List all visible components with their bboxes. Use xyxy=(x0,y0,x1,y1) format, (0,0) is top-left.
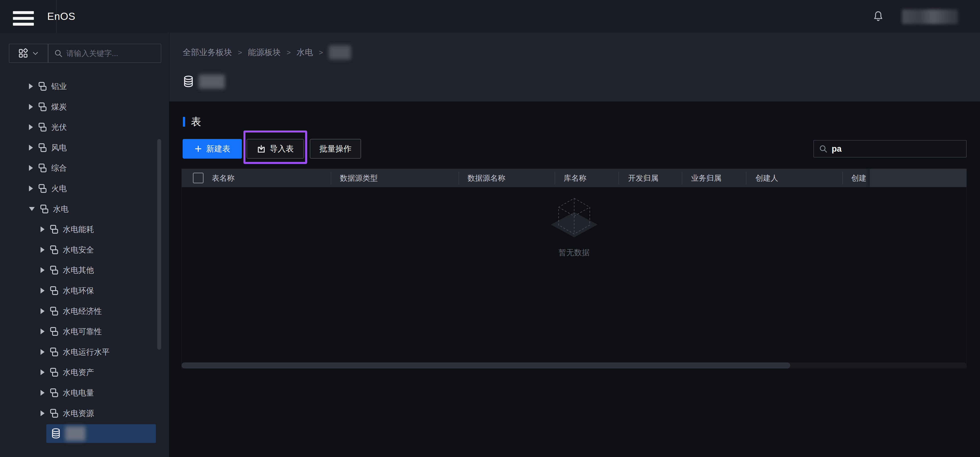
tree-item-label: 铝业 xyxy=(51,81,67,92)
enos-logo: EnOS xyxy=(47,0,75,33)
caret-collapsed-icon[interactable] xyxy=(29,124,33,130)
sidebar: 铝业煤炭光伏风电综合火电水电水电能耗水电安全水电其他水电环保水电经济性水电可靠性… xyxy=(0,33,169,457)
horizontal-scrollbar-thumb[interactable] xyxy=(181,363,790,368)
table: 表名称数据源类型数据源名称库名称开发归属业务归属创建人创建 暂无数据 xyxy=(181,169,967,368)
empty-state: 暂无数据 xyxy=(540,194,609,258)
section-title: 表 xyxy=(191,115,201,129)
tree-item-label: 水电可靠性 xyxy=(63,326,102,337)
tree-item-水电经济性[interactable]: 水电经济性 xyxy=(41,302,102,321)
new-table-button[interactable]: 新建表 xyxy=(183,139,242,158)
tree-item-水电其他[interactable]: 水电其他 xyxy=(41,261,94,280)
tree-item-综合[interactable]: 综合 xyxy=(29,158,67,177)
tree-item-水电电量[interactable]: 水电电量 xyxy=(41,383,94,402)
category-icon xyxy=(49,265,59,275)
tree-item-label: 火电 xyxy=(51,183,67,194)
category-icon xyxy=(49,326,59,337)
column-separator xyxy=(331,172,331,184)
sidebar-search-input[interactable] xyxy=(66,49,151,58)
tree-item-水电能耗[interactable]: 水电能耗 xyxy=(41,220,94,239)
tree-item-水电可靠性[interactable]: 水电可靠性 xyxy=(41,322,102,341)
column-header-4: 库名称 xyxy=(564,169,587,187)
column-separator xyxy=(555,172,555,184)
section-heading: 表 xyxy=(183,115,201,129)
caret-collapsed-icon[interactable] xyxy=(41,247,45,253)
caret-collapsed-icon[interactable] xyxy=(41,267,45,273)
column-header-2: 数据源类型 xyxy=(340,169,378,187)
caret-collapsed-icon[interactable] xyxy=(29,185,33,191)
caret-collapsed-icon[interactable] xyxy=(41,308,45,314)
caret-collapsed-icon[interactable] xyxy=(41,390,45,396)
tree-item-label: 水电环保 xyxy=(63,286,94,296)
column-header-5: 开发归属 xyxy=(628,169,659,187)
main-content: 表 新建表 导入表 批量操作 xyxy=(169,101,980,457)
empty-state-text: 暂无数据 xyxy=(558,247,590,258)
tree-item-selected-table[interactable] xyxy=(46,424,156,443)
tree-item-煤炭[interactable]: 煤炭 xyxy=(29,97,67,116)
caret-collapsed-icon[interactable] xyxy=(29,83,33,89)
category-icon xyxy=(38,81,47,91)
tree-item-风电[interactable]: 风电 xyxy=(29,138,67,157)
caret-collapsed-icon[interactable] xyxy=(41,349,45,355)
page-header-band: 全部业务板块>能源板块>水电> xyxy=(169,33,980,101)
tree-item-水电环保[interactable]: 水电环保 xyxy=(41,281,94,300)
user-account-menu[interactable] xyxy=(902,10,958,24)
caret-expanded-icon[interactable] xyxy=(29,207,35,211)
category-icon xyxy=(49,408,59,419)
import-table-button[interactable]: 导入表 xyxy=(247,139,304,158)
caret-collapsed-icon[interactable] xyxy=(29,165,33,171)
breadcrumb-item[interactable]: 全部业务板块 xyxy=(183,47,232,58)
tree-item-水电安全[interactable]: 水电安全 xyxy=(41,240,94,259)
sidebar-search-box[interactable] xyxy=(48,44,161,63)
chevron-down-icon xyxy=(32,50,39,57)
tree-item-铝业[interactable]: 铝业 xyxy=(29,77,67,96)
column-header-8: 创建 xyxy=(851,169,866,187)
tree-item-水电[interactable]: 水电 xyxy=(29,200,68,218)
table-search-box[interactable] xyxy=(813,140,967,157)
column-header-6: 业务归属 xyxy=(691,169,721,187)
tree-item-label: 综合 xyxy=(51,163,67,173)
category-icon xyxy=(49,286,59,296)
sidebar-scrollbar[interactable] xyxy=(157,139,161,350)
tree-item-label: 煤炭 xyxy=(51,102,67,112)
category-icon xyxy=(38,122,47,132)
caret-collapsed-icon[interactable] xyxy=(41,411,45,416)
tree-item-光伏[interactable]: 光伏 xyxy=(29,118,67,136)
breadcrumb-separator: > xyxy=(286,48,291,57)
tree-item-火电[interactable]: 火电 xyxy=(29,179,67,198)
caret-collapsed-icon[interactable] xyxy=(41,226,45,232)
enos-app-window: EnOS 铝业 xyxy=(0,0,980,457)
table-header-row: 表名称数据源类型数据源名称库名称开发归属业务归属创建人创建 xyxy=(182,169,966,187)
batch-operations-button[interactable]: 批量操作 xyxy=(310,139,361,158)
tree-item-label: 水电其他 xyxy=(63,265,94,275)
module-type-dropdown[interactable] xyxy=(9,44,48,63)
category-icon xyxy=(49,367,59,377)
tree-item-水电资产[interactable]: 水电资产 xyxy=(41,363,94,382)
notification-bell-icon[interactable] xyxy=(872,10,884,22)
caret-collapsed-icon[interactable] xyxy=(41,288,45,294)
breadcrumb: 全部业务板块>能源板块>水电> xyxy=(183,45,351,59)
category-icon xyxy=(38,102,47,112)
caret-collapsed-icon[interactable] xyxy=(29,104,33,110)
hamburger-icon xyxy=(13,11,34,14)
tree-item-水电资源[interactable]: 水电资源 xyxy=(41,404,94,423)
column-separator xyxy=(842,172,843,184)
breadcrumb-item[interactable]: 水电 xyxy=(296,47,313,58)
table-search-input[interactable] xyxy=(832,144,956,154)
category-icon xyxy=(38,183,47,193)
column-separator xyxy=(619,172,619,184)
tree-item-label: 水电电量 xyxy=(63,388,94,398)
horizontal-scrollbar-track[interactable] xyxy=(181,363,967,368)
column-separator xyxy=(458,172,459,184)
database-icon xyxy=(183,75,194,88)
caret-collapsed-icon[interactable] xyxy=(41,369,45,375)
select-all-checkbox[interactable] xyxy=(193,173,204,183)
tree-item-label: 水电 xyxy=(53,204,68,214)
caret-collapsed-icon[interactable] xyxy=(41,329,45,334)
column-header-3: 数据源名称 xyxy=(468,169,505,187)
tree-item-水电运行水平[interactable]: 水电运行水平 xyxy=(41,343,110,361)
breadcrumb-current-blurred xyxy=(329,45,351,59)
category-icon xyxy=(49,388,59,398)
section-accent-bar xyxy=(183,117,185,127)
breadcrumb-item[interactable]: 能源板块 xyxy=(248,47,281,58)
caret-collapsed-icon[interactable] xyxy=(29,145,33,150)
